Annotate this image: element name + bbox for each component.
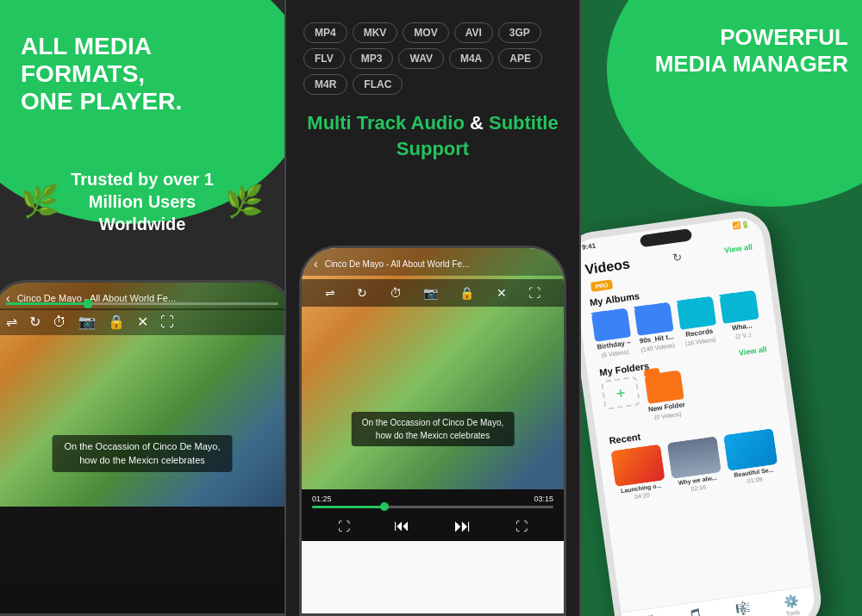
format-tag-m4a: M4A xyxy=(449,48,493,69)
timeline-scrubber[interactable] xyxy=(83,299,92,308)
center-time-current: 01:25 xyxy=(312,495,332,503)
recent-thumb-launching xyxy=(610,444,665,487)
recent-item-why: Why we alw... 02:16 xyxy=(667,436,724,494)
format-tags-container: MP4 MKV MOV AVI 3GP FLV MP3 WAV M4A APE … xyxy=(303,22,562,95)
nav-tools[interactable]: ⚙️ Tools xyxy=(783,594,800,616)
folders-view-all[interactable]: View all xyxy=(738,345,767,357)
thumb-lines-bg xyxy=(667,436,721,479)
recent-duration-why: 02:16 xyxy=(690,484,706,492)
format-tag-mov: MOV xyxy=(403,22,448,43)
album-90s: 90s_Hit t... (140 Videos) xyxy=(634,302,676,352)
left-phone-screen: ‹ Cinco De Mayo - All About World Fe... … xyxy=(0,283,284,613)
nav-playlist[interactable]: 🎼 Playlist xyxy=(733,600,754,616)
right-content: POWERFUL MEDIA MANAGER xyxy=(581,0,862,78)
close-icon[interactable]: ✕ xyxy=(137,314,148,330)
bottom-navigation: 🎬 Album 🎵 Music 🎼 Playlist ⚙️ Tools xyxy=(622,585,817,616)
center-expand-icon[interactable]: ⛶ xyxy=(515,520,528,533)
pro-badge: PRO xyxy=(590,279,613,291)
center-repeat-icon[interactable]: ↻ xyxy=(357,286,367,300)
center-player-title: Cinco De Mayo - All About World Fe... xyxy=(325,259,552,269)
center-crop-icon[interactable]: ⛶ xyxy=(528,286,540,300)
laurel-right-icon: 🌿 xyxy=(225,184,264,220)
format-tag-mp3: MP3 xyxy=(350,48,394,69)
center-timeline-progress xyxy=(312,506,384,508)
recent-duration-launching: 04:20 xyxy=(634,492,650,500)
trusted-section: 🌿 Trusted by over 1 Million Users Worldw… xyxy=(21,168,264,235)
center-scrubber[interactable] xyxy=(380,502,389,511)
tools-nav-icon: ⚙️ xyxy=(783,594,799,609)
player-top-bar: ‹ Cinco De Mayo - All About World Fe... xyxy=(0,283,284,310)
left-phone-mockup: ‹ Cinco De Mayo - All About World Fe... … xyxy=(0,271,284,616)
trusted-text: Trusted by over 1 Million Users Worldwid… xyxy=(68,168,216,235)
center-fullscreen-icon[interactable]: ⛶ xyxy=(338,520,350,533)
center-time-total: 03:15 xyxy=(534,495,553,503)
center-bottom-controls: ⛶ ⏮ ⏭ ⛶ xyxy=(302,511,564,541)
music-nav-icon: 🎵 xyxy=(686,607,703,616)
video-background: ‹ Cinco De Mayo - All About World Fe... … xyxy=(0,283,284,507)
right-phone-container: 9:41 📶🔋 Videos ↻ View all PRO My Albums xyxy=(581,220,862,616)
folder-icon-90s xyxy=(634,302,673,336)
center-subtitle: Multi Track Audio & Subtitle Support xyxy=(303,110,562,161)
thumb-sunset-bg xyxy=(610,444,665,487)
format-tag-wav: WAV xyxy=(398,48,443,69)
view-all-link[interactable]: View all xyxy=(724,242,753,254)
center-close-icon[interactable]: ✕ xyxy=(497,286,507,300)
center-lock-icon[interactable]: 🔒 xyxy=(459,286,474,300)
center-timeline-track[interactable] xyxy=(312,506,553,508)
lock-icon[interactable]: 🔒 xyxy=(108,314,125,330)
crop-icon[interactable]: ⛶ xyxy=(160,314,174,330)
center-video-bg: ‹ Cinco De Mayo - All About World Fe... … xyxy=(302,248,564,489)
format-tag-flac: FLAC xyxy=(353,74,403,95)
recent-item-beautiful: Beautiful Se... 01:09 xyxy=(723,428,780,486)
center-player-bar: ‹ Cinco De Mayo - All About World Fe... xyxy=(302,248,564,276)
center-phone-screen: ‹ Cinco De Mayo - All About World Fe... … xyxy=(302,248,564,613)
repeat-icon[interactable]: ↻ xyxy=(29,314,41,330)
center-camera-icon[interactable]: 📷 xyxy=(423,286,438,300)
settings-icon[interactable]: ⇌ xyxy=(6,314,17,330)
format-tag-mkv: MKV xyxy=(353,22,398,43)
format-tag-flv: FLV xyxy=(303,48,345,69)
center-back-icon[interactable]: ‹ xyxy=(314,257,318,271)
right-panel: POWERFUL MEDIA MANAGER 9:41 📶🔋 Videos ↻ xyxy=(581,0,862,616)
playlist-nav-icon: 🎼 xyxy=(735,600,752,616)
format-tag-mp4: MP4 xyxy=(303,22,347,43)
timeline-track[interactable] xyxy=(6,302,278,305)
folder-add-item: + xyxy=(601,376,643,426)
left-phone-frame: ‹ Cinco De Mayo - All About World Fe... … xyxy=(0,280,284,616)
subtitle-support-text: Support xyxy=(397,138,469,159)
center-settings-icon[interactable]: ⇌ xyxy=(325,286,335,300)
camera-icon[interactable]: 📷 xyxy=(78,314,96,330)
folder-icon-records xyxy=(677,296,716,330)
timeline-progress xyxy=(6,302,88,305)
recent-item-launching: Launching o... 04:20 xyxy=(610,444,667,501)
center-timer-icon[interactable]: ⏱ xyxy=(390,286,402,300)
subtitle-conjunction: & xyxy=(465,112,489,134)
format-tag-ape: APE xyxy=(498,48,542,69)
album-wha: Wha... (2 V..) xyxy=(719,289,761,340)
nav-music[interactable]: 🎵 Music xyxy=(686,607,705,616)
add-folder-button[interactable]: + xyxy=(601,376,640,410)
left-panel: ALL MEDIA FORMATS, ONE PLAYER. 🌿 Trusted… xyxy=(0,0,284,616)
recent-thumb-beautiful xyxy=(723,428,778,471)
album-birthday: Birthday ~ (6 Videos) xyxy=(591,308,634,358)
center-phone-frame: ‹ Cinco De Mayo - All About World Fe... … xyxy=(299,246,566,616)
status-time: 9:41 xyxy=(582,242,597,252)
player-controls-row: ⇌ ↻ ⏱ 📷 🔒 ✕ ⛶ xyxy=(0,308,284,335)
laurel-left-icon: 🌿 xyxy=(21,184,59,220)
format-tag-m4r: M4R xyxy=(303,74,347,95)
thumb-sea-bg xyxy=(723,428,778,471)
recent-duration-beautiful: 01:09 xyxy=(746,476,762,483)
folder-new: New Folder (0 Videos) xyxy=(643,370,686,420)
center-rewind-btn[interactable]: ⏮ xyxy=(394,517,409,535)
center-controls-row: ⇌ ↻ ⏱ 📷 🔒 ✕ ⛶ xyxy=(302,279,564,307)
center-phone-mockup: ‹ Cinco De Mayo - All About World Fe... … xyxy=(299,246,566,616)
album-records: Records (16 Videos) xyxy=(677,296,719,346)
center-panel: MP4 MKV MOV AVI 3GP FLV MP3 WAV M4A APE … xyxy=(286,0,579,616)
center-top-section: MP4 MKV MOV AVI 3GP FLV MP3 WAV M4A APE … xyxy=(286,0,579,175)
center-timeline-times: 01:25 03:15 xyxy=(312,495,553,503)
timer-icon[interactable]: ⏱ xyxy=(53,314,66,330)
center-ffwd-btn[interactable]: ⏭ xyxy=(454,516,472,536)
left-title: ALL MEDIA FORMATS, ONE PLAYER. xyxy=(21,33,264,116)
refresh-icon[interactable]: ↻ xyxy=(671,250,683,264)
subtitle-green-text: Multi Track Audio xyxy=(307,112,465,134)
